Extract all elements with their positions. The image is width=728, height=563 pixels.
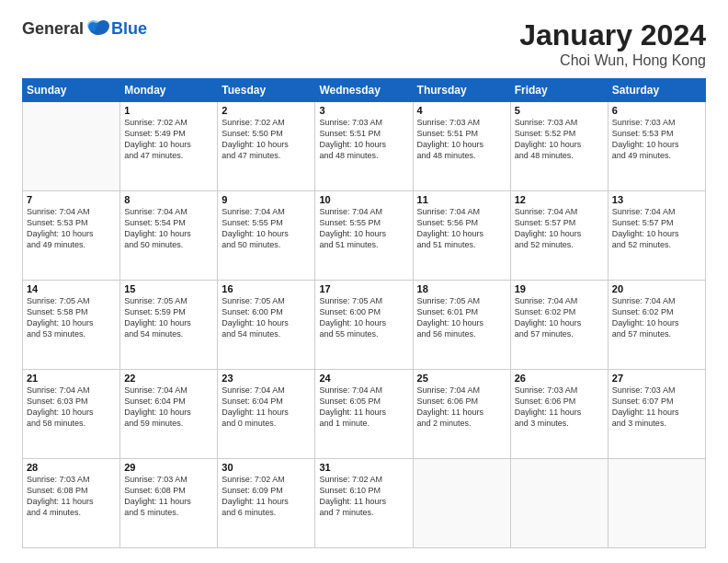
table-row: 17Sunrise: 7:05 AM Sunset: 6:00 PM Dayli… <box>315 281 413 370</box>
day-number: 28 <box>27 462 116 473</box>
day-info: Sunrise: 7:02 AM Sunset: 6:09 PM Dayligh… <box>222 474 311 519</box>
table-row: 6Sunrise: 7:03 AM Sunset: 5:53 PM Daylig… <box>608 102 705 191</box>
day-number: 16 <box>222 283 311 294</box>
day-number: 7 <box>27 194 116 205</box>
calendar-header-row: Sunday Monday Tuesday Wednesday Thursday… <box>23 79 706 102</box>
day-info: Sunrise: 7:05 AM Sunset: 5:58 PM Dayligh… <box>27 295 116 340</box>
day-info: Sunrise: 7:04 AM Sunset: 5:57 PM Dayligh… <box>515 206 604 251</box>
table-row: 3Sunrise: 7:03 AM Sunset: 5:51 PM Daylig… <box>315 102 413 191</box>
table-row <box>23 102 120 191</box>
title-block: January 2024 Choi Wun, Hong Kong <box>519 18 706 69</box>
table-row: 2Sunrise: 7:02 AM Sunset: 5:50 PM Daylig… <box>218 102 315 191</box>
day-number: 17 <box>319 283 408 294</box>
col-tuesday: Tuesday <box>218 79 315 102</box>
day-number: 2 <box>222 105 311 116</box>
table-row: 25Sunrise: 7:04 AM Sunset: 6:06 PM Dayli… <box>413 370 510 459</box>
table-row: 22Sunrise: 7:04 AM Sunset: 6:04 PM Dayli… <box>120 370 218 459</box>
day-number: 15 <box>124 283 213 294</box>
day-info: Sunrise: 7:02 AM Sunset: 5:49 PM Dayligh… <box>124 117 213 162</box>
table-row: 9Sunrise: 7:04 AM Sunset: 5:55 PM Daylig… <box>218 191 315 281</box>
day-info: Sunrise: 7:05 AM Sunset: 6:00 PM Dayligh… <box>222 295 311 340</box>
day-info: Sunrise: 7:04 AM Sunset: 5:56 PM Dayligh… <box>417 206 506 251</box>
table-row: 5Sunrise: 7:03 AM Sunset: 5:52 PM Daylig… <box>510 102 608 191</box>
calendar-week-row: 21Sunrise: 7:04 AM Sunset: 6:03 PM Dayli… <box>23 370 706 459</box>
day-number: 22 <box>124 373 213 384</box>
day-info: Sunrise: 7:04 AM Sunset: 5:54 PM Dayligh… <box>124 206 213 251</box>
day-number: 1 <box>124 105 213 116</box>
table-row: 24Sunrise: 7:04 AM Sunset: 6:05 PM Dayli… <box>315 370 413 459</box>
logo: General Blue <box>22 18 147 39</box>
day-number: 5 <box>515 105 604 116</box>
day-info: Sunrise: 7:03 AM Sunset: 5:52 PM Dayligh… <box>515 117 604 162</box>
day-info: Sunrise: 7:04 AM Sunset: 6:06 PM Dayligh… <box>417 385 506 430</box>
day-number: 25 <box>417 373 506 384</box>
table-row: 14Sunrise: 7:05 AM Sunset: 5:58 PM Dayli… <box>23 281 120 370</box>
day-number: 20 <box>612 283 701 294</box>
day-info: Sunrise: 7:04 AM Sunset: 6:04 PM Dayligh… <box>222 385 311 430</box>
day-number: 30 <box>222 462 311 473</box>
day-number: 8 <box>124 194 213 205</box>
day-info: Sunrise: 7:03 AM Sunset: 6:08 PM Dayligh… <box>27 474 116 519</box>
calendar-table: Sunday Monday Tuesday Wednesday Thursday… <box>22 78 706 548</box>
day-number: 29 <box>124 462 213 473</box>
col-friday: Friday <box>510 79 608 102</box>
day-number: 31 <box>319 462 408 473</box>
table-row: 26Sunrise: 7:03 AM Sunset: 6:06 PM Dayli… <box>510 370 608 459</box>
day-info: Sunrise: 7:03 AM Sunset: 6:06 PM Dayligh… <box>515 385 604 430</box>
day-info: Sunrise: 7:04 AM Sunset: 5:55 PM Dayligh… <box>319 206 408 251</box>
calendar-week-row: 7Sunrise: 7:04 AM Sunset: 5:53 PM Daylig… <box>23 191 706 281</box>
col-saturday: Saturday <box>608 79 705 102</box>
day-number: 9 <box>222 194 311 205</box>
table-row: 27Sunrise: 7:03 AM Sunset: 6:07 PM Dayli… <box>608 370 705 459</box>
table-row: 18Sunrise: 7:05 AM Sunset: 6:01 PM Dayli… <box>413 281 510 370</box>
table-row: 29Sunrise: 7:03 AM Sunset: 6:08 PM Dayli… <box>120 459 218 548</box>
col-sunday: Sunday <box>23 79 120 102</box>
col-wednesday: Wednesday <box>315 79 413 102</box>
day-info: Sunrise: 7:04 AM Sunset: 6:05 PM Dayligh… <box>319 385 408 430</box>
day-info: Sunrise: 7:02 AM Sunset: 6:10 PM Dayligh… <box>319 474 408 519</box>
table-row: 30Sunrise: 7:02 AM Sunset: 6:09 PM Dayli… <box>218 459 315 548</box>
day-info: Sunrise: 7:04 AM Sunset: 5:53 PM Dayligh… <box>27 206 116 251</box>
day-info: Sunrise: 7:04 AM Sunset: 6:04 PM Dayligh… <box>124 385 213 430</box>
table-row: 12Sunrise: 7:04 AM Sunset: 5:57 PM Dayli… <box>510 191 608 281</box>
table-row: 31Sunrise: 7:02 AM Sunset: 6:10 PM Dayli… <box>315 459 413 548</box>
table-row: 21Sunrise: 7:04 AM Sunset: 6:03 PM Dayli… <box>23 370 120 459</box>
calendar-subtitle: Choi Wun, Hong Kong <box>519 52 706 69</box>
day-info: Sunrise: 7:04 AM Sunset: 5:55 PM Dayligh… <box>222 206 311 251</box>
table-row: 15Sunrise: 7:05 AM Sunset: 5:59 PM Dayli… <box>120 281 218 370</box>
day-info: Sunrise: 7:04 AM Sunset: 6:03 PM Dayligh… <box>27 385 116 430</box>
day-number: 4 <box>417 105 506 116</box>
day-info: Sunrise: 7:05 AM Sunset: 5:59 PM Dayligh… <box>124 295 213 340</box>
table-row: 13Sunrise: 7:04 AM Sunset: 5:57 PM Dayli… <box>608 191 705 281</box>
calendar-week-row: 1Sunrise: 7:02 AM Sunset: 5:49 PM Daylig… <box>23 102 706 191</box>
day-number: 21 <box>27 373 116 384</box>
day-info: Sunrise: 7:03 AM Sunset: 5:51 PM Dayligh… <box>417 117 506 162</box>
table-row: 4Sunrise: 7:03 AM Sunset: 5:51 PM Daylig… <box>413 102 510 191</box>
page: General Blue January 2024 Choi Wun, Hong… <box>0 0 728 563</box>
day-info: Sunrise: 7:02 AM Sunset: 5:50 PM Dayligh… <box>222 117 311 162</box>
calendar-week-row: 14Sunrise: 7:05 AM Sunset: 5:58 PM Dayli… <box>23 281 706 370</box>
calendar-week-row: 28Sunrise: 7:03 AM Sunset: 6:08 PM Dayli… <box>23 459 706 548</box>
table-row: 11Sunrise: 7:04 AM Sunset: 5:56 PM Dayli… <box>413 191 510 281</box>
day-info: Sunrise: 7:05 AM Sunset: 6:01 PM Dayligh… <box>417 295 506 340</box>
logo-blue: Blue <box>111 19 147 39</box>
calendar-title: January 2024 <box>519 18 706 52</box>
day-info: Sunrise: 7:03 AM Sunset: 5:51 PM Dayligh… <box>319 117 408 162</box>
day-number: 11 <box>417 194 506 205</box>
logo-bird-icon <box>85 18 111 39</box>
table-row: 1Sunrise: 7:02 AM Sunset: 5:49 PM Daylig… <box>120 102 218 191</box>
table-row: 23Sunrise: 7:04 AM Sunset: 6:04 PM Dayli… <box>218 370 315 459</box>
day-number: 3 <box>319 105 408 116</box>
table-row: 20Sunrise: 7:04 AM Sunset: 6:02 PM Dayli… <box>608 281 705 370</box>
day-number: 19 <box>515 283 604 294</box>
day-info: Sunrise: 7:04 AM Sunset: 5:57 PM Dayligh… <box>612 206 701 251</box>
table-row: 16Sunrise: 7:05 AM Sunset: 6:00 PM Dayli… <box>218 281 315 370</box>
day-info: Sunrise: 7:04 AM Sunset: 6:02 PM Dayligh… <box>515 295 604 340</box>
col-monday: Monday <box>120 79 218 102</box>
day-info: Sunrise: 7:05 AM Sunset: 6:00 PM Dayligh… <box>319 295 408 340</box>
day-number: 10 <box>319 194 408 205</box>
day-number: 12 <box>515 194 604 205</box>
header: General Blue January 2024 Choi Wun, Hong… <box>22 18 706 69</box>
day-number: 14 <box>27 283 116 294</box>
day-info: Sunrise: 7:03 AM Sunset: 6:07 PM Dayligh… <box>612 385 701 430</box>
